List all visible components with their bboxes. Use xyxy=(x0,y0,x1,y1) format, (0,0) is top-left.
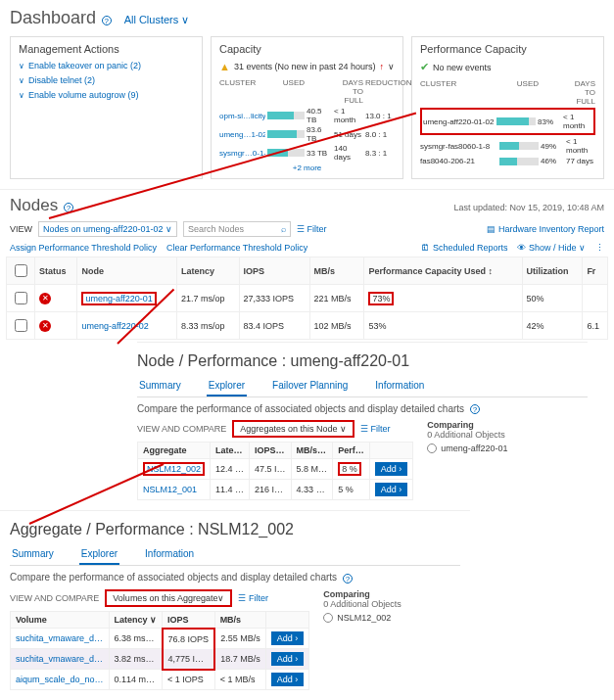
warning-icon: ▲ xyxy=(219,61,230,72)
col-volume[interactable]: Volume xyxy=(11,611,110,629)
col-used: USED xyxy=(499,79,539,106)
volumes-table: VolumeLatency ∨IOPSMB/s suchita_vmaware_… xyxy=(10,611,309,691)
tab-failover[interactable]: Failover Planning xyxy=(270,376,350,397)
col-latency[interactable]: Latency ∨ xyxy=(109,611,163,629)
show-hide-link[interactable]: 👁 Show / Hide ∨ xyxy=(517,243,586,253)
search-input[interactable]: Search Nodes⌕ xyxy=(183,221,291,237)
col-cluster: CLUSTER xyxy=(219,78,265,105)
last-updated: Last updated: Nov 15, 2019, 10:48 AM xyxy=(453,203,604,212)
filter-button[interactable]: ☰ Filter xyxy=(360,424,391,434)
table-row[interactable]: suchita_vmaware_d…6.38 ms…76.8 IOPS2.55 … xyxy=(11,629,309,649)
perfcap-row[interactable]: umeng-aff220-01-0283%< 1 month xyxy=(423,113,592,130)
select-all-checkbox[interactable] xyxy=(15,264,27,277)
help-icon[interactable]: ? xyxy=(343,574,353,583)
ok-icon: ✔ xyxy=(420,61,429,73)
col-aggregate[interactable]: Aggregate xyxy=(138,443,211,459)
col-cluster: CLUSTER xyxy=(420,79,497,106)
table-row[interactable]: aiqum_scale_do_no…0.114 m…< 1 IOPS< 1 MB… xyxy=(11,670,309,690)
clear-policy-link[interactable]: Clear Performance Threshold Policy xyxy=(166,243,307,253)
assign-policy-link[interactable]: Assign Performance Threshold Policy xyxy=(10,243,157,253)
add-button[interactable]: Add › xyxy=(375,462,408,476)
col-pcu[interactable]: Performance Capacity Used ↕ xyxy=(364,257,522,285)
nodes-title: Nodes xyxy=(10,196,58,214)
vc-label: VIEW AND COMPARE xyxy=(137,424,226,434)
perfcap-row[interactable]: fas8040-206-2146%77 days xyxy=(420,157,595,165)
add-button[interactable]: Add › xyxy=(375,483,408,496)
col-mbs[interactable]: MB/s xyxy=(309,257,364,285)
col-days: DAYS TO FULL xyxy=(334,78,363,105)
col-iops[interactable]: IOPS xyxy=(163,611,215,629)
col-latency[interactable]: Late… xyxy=(211,443,250,459)
mgmt-item[interactable]: Enable takeover on panic (2) xyxy=(19,61,194,70)
row-checkbox[interactable] xyxy=(15,319,27,332)
help-icon[interactable]: ? xyxy=(64,203,73,212)
view-selector[interactable]: Nodes on umeng-aff220-01-02 ∨ xyxy=(38,221,177,237)
volume-link[interactable]: aiqum_scale_do_no… xyxy=(11,670,110,690)
capacity-row[interactable]: umeng…1-0283.6 TB51 days8.0 : 1 xyxy=(219,125,395,143)
col-used: USED xyxy=(267,78,305,105)
col-node[interactable]: Node xyxy=(77,257,177,285)
col-status[interactable]: Status xyxy=(35,257,77,285)
node-perf-title: Node / Performance : umeng-aff220-01 xyxy=(137,349,588,376)
aggregate-link[interactable]: NSLM12_001 xyxy=(138,480,211,500)
aggregates-table: AggregateLate…IOPS…MB/s…Perf… NSLM12_002… xyxy=(137,442,413,500)
perfcap-events: No new events xyxy=(433,63,492,72)
management-card: Management Actions Enable takeover on pa… xyxy=(10,36,203,179)
perfcap-row[interactable]: sysmgr-fas8060-1-849%< 1 month xyxy=(420,137,595,155)
table-row[interactable]: NSLM12_00212.4 …47.5 I…5.8 M…8 %Add › xyxy=(138,459,413,480)
filter-button[interactable]: ☰ Filter xyxy=(238,593,268,603)
view-label: VIEW xyxy=(10,224,32,234)
node-link[interactable]: umeng-aff220-02 xyxy=(77,312,177,340)
col-iops[interactable]: IOPS xyxy=(239,257,309,285)
filter-button[interactable]: ☰ Filter xyxy=(297,224,327,234)
comparing-item[interactable]: umeng-aff220-01 xyxy=(427,443,507,453)
scheduled-reports-link[interactable]: 🗓 Scheduled Reports xyxy=(421,243,507,253)
tab-explorer[interactable]: Explorer xyxy=(207,376,247,397)
tab-information[interactable]: Information xyxy=(143,544,196,565)
table-row[interactable]: ✕ umeng-aff220-02 8.33 ms/op 83.4 IOPS 1… xyxy=(7,312,608,340)
col-days: DAYS TO FULL xyxy=(566,79,595,106)
table-row[interactable]: NSLM12_00111.4 …216 I…4.33 …5 %Add › xyxy=(138,480,413,500)
col-latency[interactable]: Latency xyxy=(176,257,239,285)
add-button[interactable]: Add › xyxy=(271,652,305,666)
hw-inventory-link[interactable]: ▤ Hardware Inventory Report xyxy=(487,224,604,234)
col-mbs[interactable]: MB/s… xyxy=(291,443,333,459)
aggregate-link[interactable]: NSLM12_002 xyxy=(143,462,205,476)
col-util[interactable]: Utilization xyxy=(522,257,583,285)
capacity-row[interactable]: sysmgr…0-1-833 TB140 days8.3 : 1 xyxy=(219,144,395,162)
view-compare-selector[interactable]: Aggregates on this Node ∨ xyxy=(232,420,354,438)
table-row[interactable]: suchita_vmaware_d…3.82 ms…4,775 I…18.7 M… xyxy=(11,649,309,670)
help-icon[interactable]: ? xyxy=(470,404,480,414)
help-icon[interactable]: ? xyxy=(102,16,112,25)
comparing-item[interactable]: NSLM12_002 xyxy=(323,613,401,623)
row-checkbox[interactable] xyxy=(15,292,27,304)
capacity-row[interactable]: opm-si…licity40.5 TB< 1 month13.0 : 1 xyxy=(219,107,395,124)
col-perf[interactable]: Perf… xyxy=(333,443,370,459)
tab-summary[interactable]: Summary xyxy=(137,376,183,397)
col-iops[interactable]: IOPS… xyxy=(250,443,292,459)
scope-selector[interactable]: All Clusters ∨ xyxy=(124,14,190,26)
menu-icon[interactable]: ⋮ xyxy=(595,243,604,253)
mgmt-item[interactable]: Enable volume autogrow (9) xyxy=(19,90,194,100)
volume-link[interactable]: suchita_vmaware_d… xyxy=(11,629,110,649)
mgmt-item[interactable]: Disable telnet (2) xyxy=(19,75,194,85)
view-compare-selector[interactable]: Volumes on this Aggregate∨ xyxy=(105,589,232,607)
tab-explorer[interactable]: Explorer xyxy=(79,544,119,565)
col-mbs[interactable]: MB/s xyxy=(214,611,265,629)
search-icon[interactable]: ⌕ xyxy=(281,224,286,234)
pcu-value: 73% xyxy=(368,292,394,305)
node-link[interactable]: umeng-aff220-01 xyxy=(81,292,156,305)
tab-information[interactable]: Information xyxy=(373,376,426,397)
volume-link[interactable]: suchita_vmaware_d… xyxy=(11,649,110,670)
add-button[interactable]: Add › xyxy=(271,631,305,645)
chevron-down-icon[interactable]: ∨ xyxy=(388,62,395,71)
error-icon: ✕ xyxy=(39,293,51,304)
col-fr[interactable]: Fr xyxy=(583,257,608,285)
tab-summary[interactable]: Summary xyxy=(10,544,56,565)
more-link[interactable]: +2 more xyxy=(219,163,395,172)
vc-label: VIEW AND COMPARE xyxy=(10,593,99,603)
capacity-events: 31 events (No new in past 24 hours) xyxy=(234,62,376,71)
up-arrow-icon[interactable]: ↑ xyxy=(380,62,385,71)
table-row[interactable]: ✕ umeng-aff220-01 21.7 ms/op 27,333 IOPS… xyxy=(7,285,608,312)
add-button[interactable]: Add › xyxy=(271,673,305,686)
